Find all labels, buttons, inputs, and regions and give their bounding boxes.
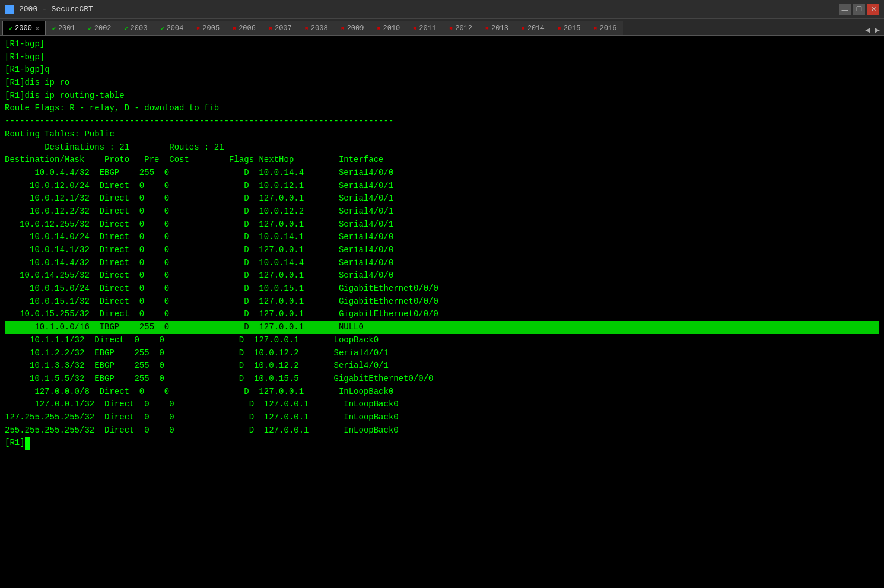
tab-status-icon: ✖ — [305, 25, 309, 32]
tab-status-icon: ✔ — [9, 25, 12, 32]
tab-2008[interactable]: ✖2008 — [298, 21, 335, 35]
terminal-line: 10.1.5.5/32 EBGP 255 0 D 10.0.15.5 Gigab… — [5, 373, 879, 386]
terminal-line: 10.0.14.0/24 Direct 0 0 D 10.0.14.1 Seri… — [5, 231, 879, 244]
terminal-line: 10.0.12.1/32 Direct 0 0 D 127.0.0.1 Seri… — [5, 192, 879, 205]
terminal-line: 127.0.0.1/32 Direct 0 0 D 127.0.0.1 InLo… — [5, 398, 879, 411]
tab-status-icon: ✖ — [558, 25, 561, 32]
tab-status-icon: ✖ — [377, 25, 380, 32]
tab-label: 2015 — [564, 24, 581, 33]
tab-2000[interactable]: ✔2000✕ — [2, 21, 46, 35]
tab-2005[interactable]: ✖2005 — [190, 21, 226, 35]
tab-close-icon[interactable]: ✕ — [36, 25, 39, 32]
terminal-line: [R1-bgp] — [5, 51, 879, 64]
terminal-line: 127.0.0.0/8 Direct 0 0 D 127.0.0.1 InLoo… — [5, 386, 879, 399]
terminal-line: Destinations : 21 Routes : 21 — [5, 141, 879, 154]
tab-status-icon: ✖ — [341, 25, 345, 32]
tab-status-icon: ✔ — [52, 25, 56, 32]
tab-2001[interactable]: ✔2001 — [46, 21, 82, 35]
tab-status-icon: ✖ — [594, 25, 597, 32]
tab-2015[interactable]: ✖2015 — [551, 21, 587, 35]
window-controls[interactable]: — ❐ ✕ — [839, 4, 879, 15]
terminal-line: [R1-bgp]q — [5, 63, 879, 77]
tab-status-icon: ✖ — [522, 25, 525, 32]
tab-status-icon: ✖ — [196, 25, 200, 32]
terminal-line: 10.1.2.2/32 EBGP 255 0 D 10.0.12.2 Seria… — [5, 347, 879, 360]
tab-2009[interactable]: ✖2009 — [335, 21, 371, 35]
terminal-line: 10.0.15.255/32 Direct 0 0 D 127.0.0.1 Gi… — [5, 308, 879, 321]
tab-nav: ◀▶ — [861, 25, 884, 35]
terminal-area[interactable]: [R1-bgp][R1-bgp][R1-bgp]q[R1]dis ip ro[R… — [0, 36, 884, 588]
terminal-line: Routing Tables: Public — [5, 128, 879, 141]
tab-2002[interactable]: ✔2002 — [82, 21, 118, 35]
terminal-line: Destination/Mask Proto Pre Cost Flags Ne… — [5, 154, 879, 167]
terminal-line: 255.255.255.255/32 Direct 0 0 D 127.0.0.… — [5, 424, 879, 437]
tab-status-icon: ✖ — [449, 25, 453, 32]
terminal-line: 10.0.15.0/24 Direct 0 0 D 10.0.15.1 Giga… — [5, 282, 879, 295]
tab-2004[interactable]: ✔2004 — [154, 21, 190, 35]
terminal-line: [R1]dis ip ro — [5, 77, 879, 90]
terminal-line: 127.255.255.255/32 Direct 0 0 D 127.0.0.… — [5, 411, 879, 424]
tab-label: 2012 — [455, 24, 472, 33]
tab-status-icon: ✖ — [413, 25, 416, 32]
tab-nav-next[interactable]: ▶ — [873, 25, 882, 35]
terminal-line: 10.1.0.0/16 IBGP 255 0 D 127.0.0.1 NULL0 — [5, 321, 879, 334]
tab-label: 2004 — [166, 24, 183, 33]
terminal-cursor — [25, 437, 30, 450]
tab-2003[interactable]: ✔2003 — [118, 21, 154, 35]
tab-label: 2001 — [58, 24, 75, 33]
minimize-button[interactable]: — — [839, 4, 851, 15]
tab-2013[interactable]: ✖2013 — [479, 21, 515, 35]
tab-label: 2016 — [600, 24, 617, 33]
tab-label: 2009 — [347, 24, 364, 33]
title-bar: 2000 - SecureCRT — ❐ ✕ — [0, 0, 884, 19]
terminal-line: 10.0.12.255/32 Direct 0 0 D 127.0.0.1 Se… — [5, 218, 879, 231]
title-bar-left: 2000 - SecureCRT — [5, 5, 93, 14]
tab-status-icon: ✔ — [88, 25, 92, 32]
tab-label: 2006 — [239, 24, 256, 33]
tab-2014[interactable]: ✖2014 — [515, 21, 551, 35]
window-title: 2000 - SecureCRT — [19, 5, 93, 14]
tab-label: 2014 — [527, 24, 545, 33]
tab-2012[interactable]: ✖2012 — [443, 21, 479, 35]
tab-status-icon: ✖ — [233, 25, 236, 32]
tab-bar: ✔2000✕✔2001✔2002✔2003✔2004✖2005✖2006✖200… — [0, 19, 884, 36]
terminal-line: 10.0.14.1/32 Direct 0 0 D 127.0.0.1 Seri… — [5, 244, 879, 257]
highlighted-row: 10.1.0.0/16 IBGP 255 0 D 127.0.0.1 NULL0 — [5, 321, 879, 334]
maximize-button[interactable]: ❐ — [853, 4, 865, 15]
tab-label: 2007 — [275, 24, 292, 33]
terminal-line: [R1] — [5, 437, 879, 450]
tab-status-icon: ✔ — [125, 25, 128, 32]
terminal-line: ----------------------------------------… — [5, 115, 879, 128]
tab-status-icon: ✖ — [485, 25, 489, 32]
tab-2007[interactable]: ✖2007 — [262, 21, 298, 35]
terminal-line: 10.1.1.1/32 Direct 0 0 D 127.0.0.1 LoopB… — [5, 334, 879, 347]
app-icon — [5, 5, 14, 14]
terminal-line: 10.0.12.2/32 Direct 0 0 D 10.0.12.2 Seri… — [5, 205, 879, 218]
terminal-line: [R1]dis ip routing-table — [5, 90, 879, 103]
tab-2010[interactable]: ✖2010 — [370, 21, 406, 35]
tab-label: 2010 — [383, 24, 400, 33]
tab-nav-prev[interactable]: ◀ — [863, 25, 872, 35]
terminal-line: 10.0.12.0/24 Direct 0 0 D 10.0.12.1 Seri… — [5, 180, 879, 193]
tab-label: 2013 — [491, 24, 508, 33]
tab-label: 2002 — [94, 24, 112, 33]
tab-label: 2000 — [15, 24, 32, 33]
terminal-line: 10.0.14.255/32 Direct 0 0 D 127.0.0.1 Se… — [5, 269, 879, 282]
tab-label: 2008 — [311, 24, 328, 33]
terminal-line: 10.0.4.4/32 EBGP 255 0 D 10.0.14.4 Seria… — [5, 167, 879, 180]
tab-status-icon: ✖ — [269, 25, 272, 32]
close-button[interactable]: ✕ — [867, 4, 879, 15]
tab-label: 2011 — [419, 24, 436, 33]
terminal-line: [R1-bgp] — [5, 38, 879, 51]
tab-status-icon: ✔ — [160, 25, 164, 32]
tab-2011[interactable]: ✖2011 — [406, 21, 443, 35]
terminal-line: 10.0.15.1/32 Direct 0 0 D 127.0.0.1 Giga… — [5, 295, 879, 309]
terminal-line: Route Flags: R - relay, D - download to … — [5, 102, 879, 115]
tab-2006[interactable]: ✖2006 — [226, 21, 262, 35]
terminal-line: 10.1.3.3/32 EBGP 255 0 D 10.0.12.2 Seria… — [5, 360, 879, 373]
tab-label: 2005 — [202, 24, 220, 33]
tab-label: 2003 — [131, 24, 148, 33]
tab-2016[interactable]: ✖2016 — [587, 21, 624, 35]
terminal-line: 10.0.14.4/32 Direct 0 0 D 10.0.14.4 Seri… — [5, 257, 879, 270]
